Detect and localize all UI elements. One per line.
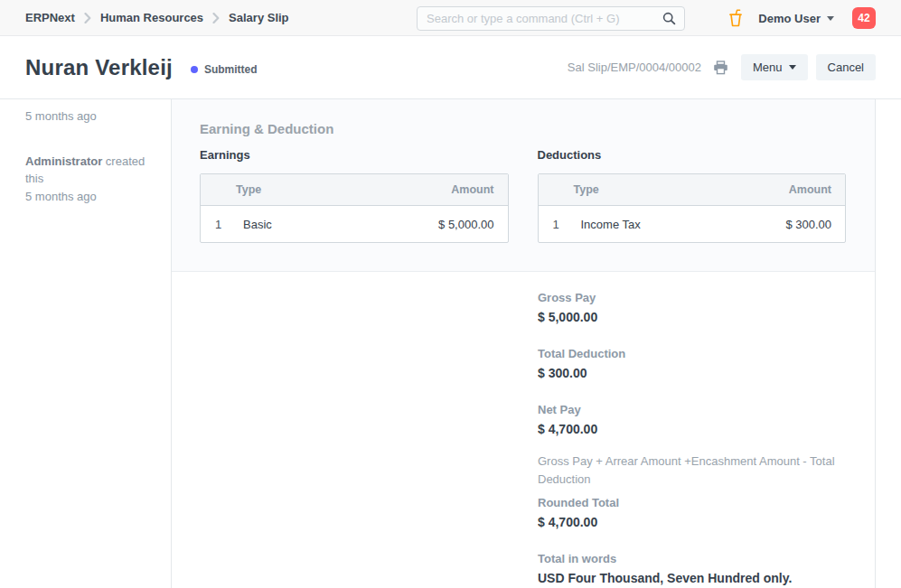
deductions-row[interactable]: 1 Income Tax $ 300.00 bbox=[539, 206, 846, 242]
column-header-amount: Amount bbox=[746, 183, 845, 196]
row-index: 1 bbox=[539, 218, 574, 231]
column-header-type: Type bbox=[201, 183, 408, 196]
row-amount: $ 5,000.00 bbox=[390, 218, 508, 231]
breadcrumb-human-resources[interactable]: Human Resources bbox=[100, 11, 203, 24]
global-search bbox=[417, 6, 685, 31]
timeline-item: 5 months ago bbox=[25, 107, 153, 126]
form-sidebar: 5 months ago Administrator created this … bbox=[0, 99, 172, 588]
row-amount: $ 300.00 bbox=[727, 218, 845, 231]
earnings-label: Earnings bbox=[200, 148, 509, 162]
total-in-words-value: USD Four Thousand, Seven Hundred only. bbox=[538, 571, 847, 585]
breadcrumb-salary-slip[interactable]: Salary Slip bbox=[229, 11, 288, 24]
totals-column: Gross Pay $ 5,000.00 Total Deduction $ 3… bbox=[538, 291, 847, 585]
total-deduction-label: Total Deduction bbox=[538, 347, 847, 360]
status-dot-icon bbox=[191, 66, 198, 73]
total-in-words-label: Total in words bbox=[538, 552, 847, 565]
net-pay-label: Net Pay bbox=[538, 403, 847, 416]
net-pay-field: Net Pay $ 4,700.00 bbox=[538, 403, 847, 436]
chevron-right-icon bbox=[84, 13, 91, 23]
net-pay-value: $ 4,700.00 bbox=[538, 422, 847, 436]
created-when-text: 5 months ago bbox=[25, 190, 97, 203]
form-main: Earning & Deduction Earnings Type Amount… bbox=[172, 99, 876, 588]
page-title: Nuran Verkleij bbox=[25, 55, 173, 80]
earnings-grid: Type Amount 1 Basic $ 5,000.00 bbox=[200, 173, 509, 243]
column-header-type: Type bbox=[539, 183, 746, 196]
user-name: Demo User bbox=[758, 12, 821, 25]
page-gutter bbox=[876, 99, 901, 588]
created-by-link[interactable]: Administrator bbox=[25, 154, 102, 168]
deductions-column: Deductions Type Amount 1 Income Tax $ 30… bbox=[538, 148, 847, 243]
navbar: ERPNext Human Resources Salary Slip Demo… bbox=[0, 0, 901, 36]
earnings-grid-header: Type Amount bbox=[201, 174, 508, 206]
menu-button[interactable]: Menu bbox=[741, 54, 808, 80]
total-in-words-field: Total in words USD Four Thousand, Seven … bbox=[538, 552, 847, 585]
deductions-grid-header: Type Amount bbox=[539, 174, 846, 206]
earnings-column: Earnings Type Amount 1 Basic $ 5,000.00 bbox=[200, 148, 509, 243]
menu-button-label: Menu bbox=[753, 61, 783, 74]
print-icon[interactable] bbox=[713, 61, 728, 75]
breadcrumb: ERPNext Human Resources Salary Slip bbox=[25, 11, 289, 24]
search-input[interactable] bbox=[418, 12, 662, 25]
net-pay-description: Gross Pay + Arrear Amount +Encashment Am… bbox=[538, 453, 847, 489]
status-label: Submitted bbox=[204, 63, 258, 76]
section-title: Earning & Deduction bbox=[200, 121, 846, 136]
earnings-row[interactable]: 1 Basic $ 5,000.00 bbox=[201, 206, 508, 242]
gross-pay-label: Gross Pay bbox=[538, 291, 847, 304]
search-icon[interactable] bbox=[662, 12, 676, 25]
rounded-total-value: $ 4,700.00 bbox=[538, 515, 847, 529]
document-name: Sal Slip/EMP/0004/00002 bbox=[568, 61, 701, 74]
page-head: Nuran Verkleij Submitted Sal Slip/EMP/00… bbox=[0, 36, 901, 99]
chevron-right-icon bbox=[212, 13, 220, 23]
deductions-grid: Type Amount 1 Income Tax $ 300.00 bbox=[538, 173, 847, 243]
row-type: Income Tax bbox=[574, 218, 728, 231]
breadcrumb-erpnext[interactable]: ERPNext bbox=[25, 11, 75, 24]
rounded-total-field: Rounded Total $ 4,700.00 bbox=[538, 496, 847, 529]
status-indicator: Submitted bbox=[191, 63, 258, 76]
timeline-item: Administrator created this 5 months ago bbox=[25, 153, 153, 206]
section-totals: Gross Pay $ 5,000.00 Total Deduction $ 3… bbox=[172, 272, 875, 585]
section-earning-deduction: Earning & Deduction Earnings Type Amount… bbox=[172, 99, 875, 272]
rounded-total-label: Rounded Total bbox=[538, 496, 847, 509]
deductions-label: Deductions bbox=[538, 148, 847, 162]
navbar-right: Demo User 42 bbox=[727, 0, 876, 36]
gross-pay-value: $ 5,000.00 bbox=[538, 310, 847, 324]
beverage-icon[interactable] bbox=[727, 8, 744, 28]
total-deduction-field: Total Deduction $ 300.00 bbox=[538, 347, 847, 380]
page-body: 5 months ago Administrator created this … bbox=[0, 99, 901, 588]
notifications-badge[interactable]: 42 bbox=[852, 7, 876, 29]
cancel-button[interactable]: Cancel bbox=[816, 54, 876, 80]
caret-down-icon bbox=[827, 16, 834, 21]
total-deduction-value: $ 300.00 bbox=[538, 366, 847, 380]
user-menu[interactable]: Demo User bbox=[758, 12, 834, 25]
gross-pay-field: Gross Pay $ 5,000.00 bbox=[538, 291, 847, 324]
row-type: Basic bbox=[236, 218, 390, 231]
page-actions: Sal Slip/EMP/0004/00002 Menu Cancel bbox=[568, 54, 876, 80]
row-index: 1 bbox=[201, 218, 236, 231]
caret-down-icon bbox=[789, 65, 796, 70]
column-header-amount: Amount bbox=[408, 183, 508, 196]
